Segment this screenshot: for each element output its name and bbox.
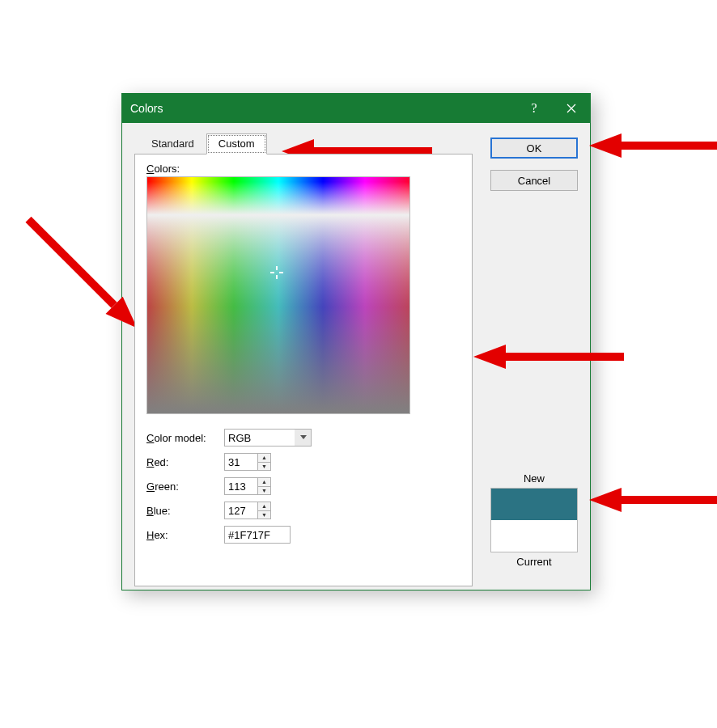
red-down[interactable]: ▼ — [258, 463, 270, 471]
close-icon — [566, 104, 576, 113]
swatch-current — [491, 520, 577, 552]
color-form: Color model: RGB Red: ▲▼ Green: — [146, 425, 460, 547]
color-spectrum[interactable] — [146, 176, 410, 414]
titlebar: Colors ? — [122, 94, 590, 123]
blue-up[interactable]: ▲ — [258, 502, 270, 511]
color-model-label: Color model: — [146, 432, 224, 444]
hex-label: Hex: — [146, 529, 224, 541]
blue-label: Blue: — [146, 505, 224, 517]
row-color-model: Color model: RGB — [146, 425, 460, 450]
row-hex: Hex: — [146, 523, 460, 547]
red-spinner[interactable]: ▲▼ — [224, 453, 271, 471]
blue-down[interactable]: ▼ — [258, 511, 270, 519]
color-model-select[interactable]: RGB — [224, 429, 312, 447]
green-spinner[interactable]: ▲▼ — [224, 477, 271, 495]
colors-label: Colors: — [146, 163, 460, 175]
help-button[interactable]: ? — [515, 94, 553, 123]
close-button[interactable] — [553, 94, 590, 123]
green-label: Green: — [146, 480, 224, 493]
green-input[interactable] — [225, 478, 257, 494]
hex-input[interactable] — [224, 526, 291, 544]
row-red: Red: ▲▼ — [146, 450, 460, 474]
spectrum-crosshair-icon — [270, 266, 283, 279]
red-up[interactable]: ▲ — [258, 454, 270, 463]
colors-dialog: Colors ? Standard Custom Colors: Color m… — [121, 93, 591, 590]
swatch-stack — [490, 488, 578, 552]
dialog-title: Colors — [130, 102, 515, 115]
red-input[interactable] — [225, 454, 257, 470]
green-down[interactable]: ▼ — [258, 487, 270, 495]
swatch-area: New Current — [490, 472, 578, 568]
cancel-button[interactable]: Cancel — [490, 170, 578, 191]
blue-input[interactable] — [225, 502, 257, 518]
row-green: Green: ▲▼ — [146, 474, 460, 498]
red-label: Red: — [146, 456, 224, 468]
green-up[interactable]: ▲ — [258, 478, 270, 487]
current-label: Current — [490, 556, 578, 568]
custom-panel: Colors: Color model: RGB Red: — [134, 154, 473, 586]
tab-custom[interactable]: Custom — [206, 133, 267, 154]
tab-standard[interactable]: Standard — [139, 133, 206, 154]
row-blue: Blue: ▲▼ — [146, 498, 460, 523]
swatch-new — [491, 489, 577, 520]
new-label: New — [490, 472, 578, 485]
ok-button[interactable]: OK — [490, 138, 578, 159]
blue-spinner[interactable]: ▲▼ — [224, 502, 271, 519]
